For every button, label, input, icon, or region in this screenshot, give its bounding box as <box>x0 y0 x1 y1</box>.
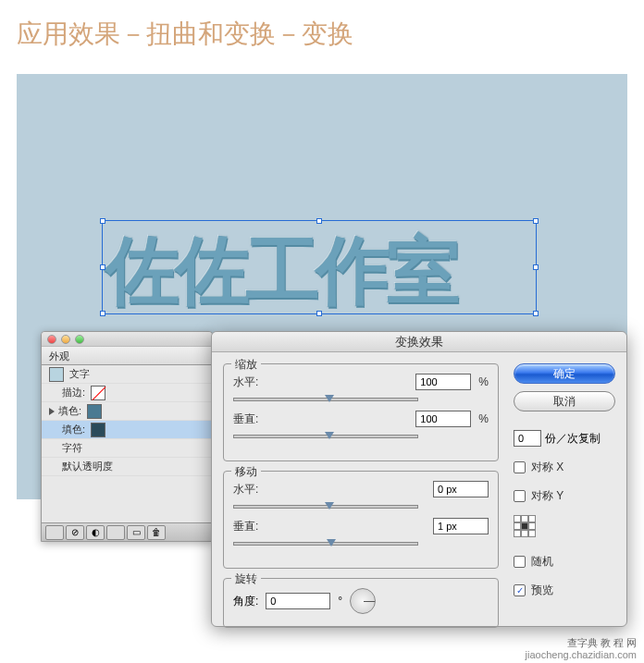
rotate-legend: 旋转 <box>231 571 261 587</box>
close-icon[interactable] <box>47 335 56 344</box>
type-label: 文字 <box>69 367 90 381</box>
scale-legend: 缩放 <box>231 357 261 373</box>
resize-handle-tl[interactable] <box>100 218 105 224</box>
resize-handle-bm[interactable] <box>316 311 322 316</box>
scale-v-label: 垂直: <box>233 411 278 427</box>
fill-label-1: 填色: <box>58 404 81 418</box>
scale-v-unit: % <box>478 412 489 425</box>
dialog-title: 变换效果 <box>212 332 626 352</box>
scale-h-label: 水平: <box>233 374 278 390</box>
random-checkbox[interactable] <box>514 556 526 568</box>
move-v-label: 垂直: <box>233 519 278 534</box>
fill-swatch-2-icon <box>91 423 105 437</box>
page-heading: 应用效果－扭曲和变换－变换 <box>17 17 353 52</box>
angle-input[interactable] <box>266 593 330 609</box>
angle-dial[interactable] <box>350 588 376 614</box>
character-label: 字符 <box>62 441 82 455</box>
appearance-fill-row-1[interactable]: 填色: <box>42 402 212 421</box>
cancel-button[interactable]: 取消 <box>514 391 615 411</box>
appearance-opacity-row[interactable]: 默认透明度 <box>42 458 212 476</box>
anchor-point-grid[interactable] <box>514 515 536 537</box>
appearance-type-row[interactable]: 文字 <box>42 365 212 384</box>
move-h-label: 水平: <box>233 482 278 497</box>
panel-bottom-toolbar: ⊘ ◐ ▭ 🗑 <box>42 522 212 541</box>
preview-checkbox[interactable]: ✓ <box>514 584 526 596</box>
minimize-icon[interactable] <box>61 335 70 344</box>
resize-handle-ml[interactable] <box>100 264 105 270</box>
fill-swatch-1-icon <box>87 404 102 419</box>
move-h-slider[interactable] <box>233 505 418 509</box>
scale-v-slider[interactable] <box>233 435 418 438</box>
watermark-cn: 查字典 教 程 网 <box>526 637 637 649</box>
move-v-slider[interactable] <box>233 542 418 546</box>
reflect-x-checkbox[interactable] <box>514 461 526 473</box>
appearance-fill-row-2[interactable]: 填色: <box>42 421 212 439</box>
selection-bounding-box[interactable] <box>102 220 537 314</box>
reflect-x-label: 对称 X <box>531 460 564 475</box>
none-swatch-icon <box>91 386 105 400</box>
stroke-label: 描边: <box>62 386 85 399</box>
copies-input[interactable] <box>514 430 541 447</box>
panel-btn-4[interactable] <box>106 525 125 540</box>
copies-label: 份／次复制 <box>545 431 601 447</box>
scale-h-slider[interactable] <box>233 398 418 401</box>
watermark-url: jiaocheng.chazidian.com <box>526 649 637 661</box>
appearance-stroke-row[interactable]: 描边: <box>42 384 212 402</box>
watermark: 查字典 教 程 网 jiaocheng.chazidian.com <box>526 637 637 661</box>
move-v-input[interactable] <box>433 518 489 534</box>
degree-symbol: ° <box>338 595 342 608</box>
resize-handle-tr[interactable] <box>533 218 539 224</box>
panel-btn-1[interactable] <box>45 525 64 540</box>
random-label: 随机 <box>531 554 553 570</box>
reflect-y-checkbox[interactable] <box>514 490 526 502</box>
rotate-fieldset: 旋转 角度: ° <box>223 578 499 628</box>
triangle-right-icon[interactable] <box>49 408 55 415</box>
panel-btn-no-icon[interactable]: ⊘ <box>66 525 84 540</box>
resize-handle-bl[interactable] <box>100 311 105 316</box>
reflect-y-label: 对称 Y <box>531 488 564 504</box>
fill-label-2: 填色: <box>62 423 85 436</box>
panel-btn-fx-icon[interactable]: ◐ <box>86 525 105 540</box>
resize-handle-mr[interactable] <box>533 264 539 270</box>
zoom-icon[interactable] <box>75 335 84 344</box>
anchor-center-icon[interactable] <box>521 522 528 530</box>
panel-titlebar[interactable] <box>42 332 212 347</box>
transform-dialog: 变换效果 缩放 水平: % 垂直: % <box>211 331 627 627</box>
resize-handle-tm[interactable] <box>316 218 322 224</box>
slider-thumb-icon[interactable] <box>325 395 334 402</box>
appearance-character-row[interactable]: 字符 <box>42 439 212 458</box>
move-fieldset: 移动 水平: 垂直: <box>223 471 499 569</box>
panel-empty-area <box>42 476 212 522</box>
move-legend: 移动 <box>231 464 261 480</box>
angle-label: 角度: <box>233 594 258 609</box>
slider-thumb-icon[interactable] <box>325 502 334 510</box>
slider-thumb-icon[interactable] <box>325 432 334 439</box>
move-h-input[interactable] <box>433 481 489 497</box>
opacity-label: 默认透明度 <box>62 460 113 473</box>
appearance-panel[interactable]: 外观 文字 描边: 填色: 填色: 字符 默认透明度 ⊘ ◐ ▭ 🗑 <box>41 331 213 542</box>
scale-h-unit: % <box>478 375 489 388</box>
ok-button[interactable]: 确定 <box>514 363 615 384</box>
scale-h-input[interactable] <box>415 374 471 390</box>
scale-fieldset: 缩放 水平: % 垂直: % <box>223 363 499 461</box>
panel-btn-trash-icon[interactable]: 🗑 <box>147 525 166 540</box>
preview-label: 预览 <box>531 583 553 598</box>
appearance-tab[interactable]: 外观 <box>42 347 212 365</box>
panel-btn-new-icon[interactable]: ▭ <box>127 525 145 540</box>
resize-handle-br[interactable] <box>533 311 539 316</box>
slider-thumb-icon[interactable] <box>327 539 336 546</box>
scale-v-input[interactable] <box>415 411 471 427</box>
type-swatch-icon <box>49 367 64 382</box>
